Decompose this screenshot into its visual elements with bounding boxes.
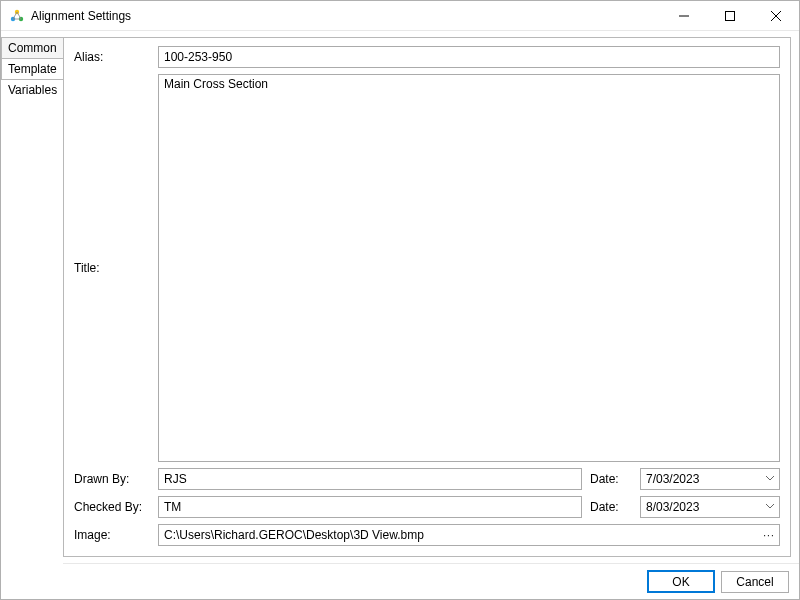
image-label: Image: — [74, 528, 150, 542]
svg-line-4 — [17, 12, 21, 19]
alignment-settings-dialog: Alignment Settings Common Template Varia… — [0, 0, 800, 600]
image-path-input[interactable] — [158, 524, 780, 546]
checked-by-label: Checked By: — [74, 500, 150, 514]
drawn-by-label: Drawn By: — [74, 472, 150, 486]
checked-date-dropdown-button[interactable] — [761, 497, 779, 517]
title-label: Title: — [74, 261, 150, 275]
template-panel: Alias: Title: Drawn By: Date: — [63, 37, 791, 557]
cancel-button[interactable]: Cancel — [721, 571, 789, 593]
titlebar: Alignment Settings — [1, 1, 799, 31]
alias-input[interactable] — [158, 46, 780, 68]
drawn-date-dropdown-button[interactable] — [761, 469, 779, 489]
window-title: Alignment Settings — [31, 9, 131, 23]
title-textarea[interactable] — [158, 74, 780, 462]
app-icon — [9, 8, 25, 24]
drawn-by-input[interactable] — [158, 468, 582, 490]
chevron-down-icon — [766, 476, 774, 482]
checked-date-label: Date: — [590, 500, 632, 514]
image-browse-button[interactable]: ··· — [759, 525, 779, 545]
svg-line-3 — [13, 12, 17, 19]
dialog-footer: OK Cancel — [63, 563, 799, 599]
side-tabs: Common Template Variables — [1, 31, 63, 599]
tab-variables[interactable]: Variables — [1, 79, 63, 101]
svg-rect-7 — [726, 11, 735, 20]
minimize-button[interactable] — [661, 1, 707, 31]
chevron-down-icon — [766, 504, 774, 510]
checked-by-input[interactable] — [158, 496, 582, 518]
close-button[interactable] — [753, 1, 799, 31]
drawn-date-input[interactable] — [640, 468, 780, 490]
maximize-button[interactable] — [707, 1, 753, 31]
checked-date-input[interactable] — [640, 496, 780, 518]
alias-label: Alias: — [74, 50, 150, 64]
drawn-date-label: Date: — [590, 472, 632, 486]
tab-common[interactable]: Common — [1, 37, 63, 59]
tab-template[interactable]: Template — [1, 58, 63, 80]
ok-button[interactable]: OK — [647, 570, 715, 593]
